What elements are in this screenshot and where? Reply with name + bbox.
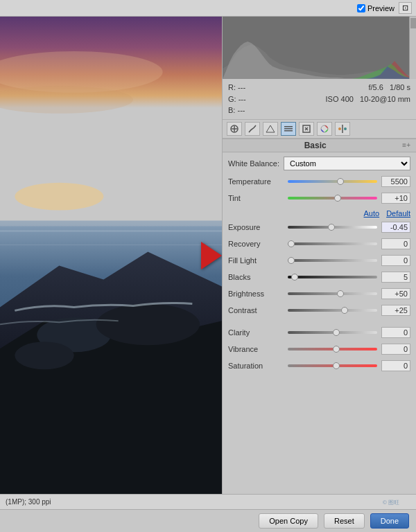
preview-label[interactable]: Preview — [357, 4, 395, 12]
vibrance-thumb[interactable] — [333, 346, 340, 353]
svg-text:© 图旺: © 图旺 — [383, 499, 399, 506]
exposure-row: Exposure -0.45 — [228, 220, 410, 234]
white-balance-select[interactable]: Custom As Shot Auto Daylight Cloudy Shad… — [284, 157, 410, 170]
recovery-slider-container[interactable] — [288, 239, 377, 249]
histogram-chart — [223, 17, 416, 79]
svg-rect-5 — [0, 221, 222, 227]
svg-rect-19 — [284, 128, 293, 130]
blacks-slider-container[interactable] — [288, 272, 377, 282]
main-container: Preview ⊡ — [0, 0, 416, 532]
g-label: G: — [228, 95, 236, 103]
fill-light-value[interactable]: 0 — [381, 255, 410, 266]
tool-icons-bar — [223, 120, 416, 139]
default-button[interactable]: Default — [386, 209, 410, 218]
tint-thumb[interactable] — [334, 195, 341, 202]
tint-label: Tint — [228, 194, 284, 202]
histogram-area — [223, 17, 416, 79]
temperature-thumb[interactable] — [337, 178, 344, 185]
svg-point-11 — [96, 303, 200, 345]
fill-light-thumb[interactable] — [288, 257, 295, 264]
blacks-thumb[interactable] — [291, 274, 298, 281]
brightness-row: Brightness +50 — [228, 287, 410, 301]
blacks-value[interactable]: 5 — [381, 272, 410, 283]
fill-light-label: Fill Light — [228, 256, 284, 265]
section-title: Basic — [228, 141, 402, 150]
vibrance-value[interactable]: 0 — [381, 344, 410, 355]
section-expand-icon[interactable]: ≡+ — [402, 141, 410, 149]
brightness-value[interactable]: +50 — [381, 288, 410, 299]
fill-light-slider-container[interactable] — [288, 256, 377, 265]
tint-slider-container[interactable] — [288, 193, 377, 203]
fullscreen-button[interactable]: ⊡ — [399, 2, 412, 14]
saturation-slider-container[interactable] — [288, 361, 377, 371]
svg-point-27 — [344, 127, 347, 130]
tool-icon-detail[interactable] — [299, 122, 314, 136]
exposure-thumb[interactable] — [328, 224, 335, 231]
section-header-basic: Basic ≡+ — [223, 139, 416, 152]
contrast-slider-container[interactable] — [288, 305, 377, 315]
exposure-slider-container[interactable] — [288, 222, 377, 232]
contrast-value[interactable]: +25 — [381, 305, 410, 316]
tool-icon-exposure[interactable] — [227, 122, 242, 136]
r-val: --- — [238, 83, 245, 91]
blacks-row: Blacks 5 — [228, 270, 410, 284]
g-val: --- — [239, 95, 246, 103]
clarity-value[interactable]: 0 — [381, 327, 410, 338]
svg-point-12 — [15, 342, 73, 369]
status-text: (1MP); 300 ppi — [6, 498, 51, 506]
contrast-thumb[interactable] — [341, 307, 348, 314]
auto-button[interactable]: Auto — [364, 209, 380, 218]
saturation-label: Saturation — [228, 362, 284, 370]
b-label: B: — [228, 106, 235, 114]
svg-rect-20 — [284, 130, 293, 132]
recovery-thumb[interactable] — [288, 240, 295, 247]
done-button[interactable]: Done — [370, 513, 409, 529]
histogram-scrollbar[interactable] — [409, 17, 416, 79]
contrast-row: Contrast +25 — [228, 303, 410, 317]
fill-light-track — [288, 259, 377, 262]
clarity-thumb[interactable] — [333, 329, 340, 336]
tool-icon-triangle[interactable] — [263, 122, 278, 136]
shutter: 1/80 s — [390, 83, 410, 91]
preview-checkbox[interactable] — [357, 4, 365, 12]
arrow-right-icon — [201, 242, 222, 269]
tool-icon-hsl[interactable] — [317, 122, 332, 136]
brightness-slider-container[interactable] — [288, 289, 377, 299]
fill-light-row: Fill Light 0 — [228, 254, 410, 267]
clarity-label: Clarity — [228, 328, 284, 337]
saturation-track — [288, 364, 377, 367]
iso: ISO 400 — [326, 95, 354, 103]
aperture: f/5.6 — [368, 83, 383, 91]
tool-icon-curve[interactable] — [245, 122, 260, 136]
tool-icon-split[interactable] — [335, 122, 350, 136]
auto-default-row: Auto Default — [228, 208, 410, 219]
brightness-thumb[interactable] — [337, 290, 344, 297]
white-balance-row: White Balance: Custom As Shot Auto Dayli… — [228, 157, 410, 170]
temperature-value[interactable]: 5500 — [381, 176, 410, 187]
svg-rect-18 — [284, 126, 293, 127]
preview-text: Preview — [367, 4, 395, 12]
temperature-slider-container[interactable] — [288, 177, 377, 186]
saturation-value[interactable]: 0 — [381, 360, 410, 371]
vibrance-row: Vibrance 0 — [228, 342, 410, 356]
reset-button[interactable]: Reset — [324, 513, 365, 529]
open-copy-button[interactable]: Open Copy — [259, 513, 318, 529]
b-val: --- — [237, 106, 245, 114]
top-bar: Preview ⊡ — [0, 0, 416, 17]
blacks-track — [288, 276, 377, 278]
histogram-scroll-thumb[interactable] — [410, 18, 416, 28]
svg-marker-17 — [266, 125, 275, 132]
exposure-track — [288, 226, 377, 229]
clarity-slider-container[interactable] — [288, 328, 377, 337]
exposure-value[interactable]: -0.45 — [381, 222, 410, 233]
saturation-thumb[interactable] — [333, 362, 340, 369]
content-area: R: --- G: --- B: --- f/5.6 1/80 s ISO 40… — [0, 17, 416, 494]
clarity-track — [288, 331, 377, 334]
tint-row: Tint +10 — [228, 191, 410, 205]
temperature-track — [288, 180, 377, 183]
recovery-value[interactable]: 0 — [381, 238, 410, 249]
vibrance-slider-container[interactable] — [288, 344, 377, 354]
saturation-row: Saturation 0 — [228, 359, 410, 373]
tool-icon-basic[interactable] — [281, 122, 296, 136]
tint-value[interactable]: +10 — [381, 193, 410, 204]
